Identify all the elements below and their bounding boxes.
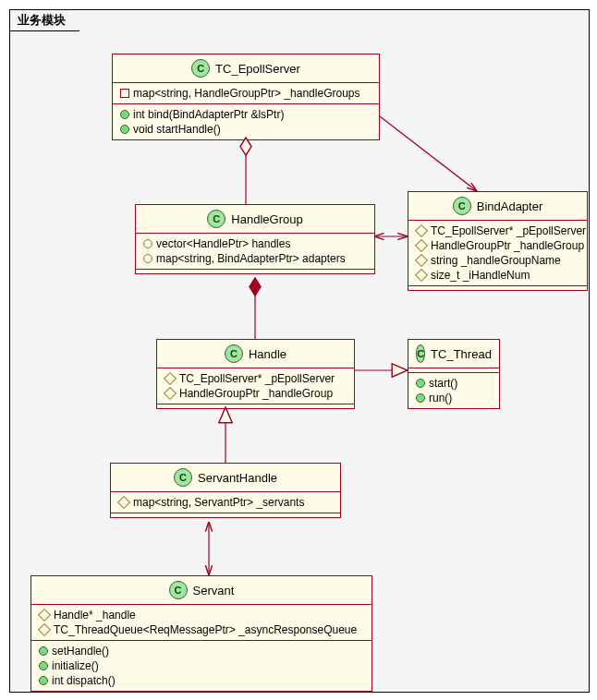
op-text: int bind(BindAdapterPtr &lsPtr) [133,108,284,121]
op-text: void startHandle() [133,123,221,136]
attrs-section: map<string, HandleGroupPtr> _handleGroup… [113,83,379,104]
attr-text: map<string, HandleGroupPtr> _handleGroup… [133,87,359,100]
ops-section: setHandle() initialize() int dispatch() [31,641,372,691]
attr-text: string _handleGroupName [431,254,561,267]
class-handle: C Handle TC_EpollServer* _pEpollServer H… [156,339,355,409]
attr-row: map<string, HandleGroupPtr> _handleGroup… [120,86,372,101]
ops-section: start() run() [408,373,499,408]
attr-row: HandleGroupPtr _handleGroup [416,238,579,253]
vis-public-icon [39,646,48,656]
class-icon: C [174,468,192,487]
op-row: start() [416,376,492,391]
vis-public-icon [416,393,425,403]
attr-text: TC_EpollServer* _pEpollServer [431,224,586,237]
class-name: Handle [249,347,286,361]
attr-row: string _handleGroupName [416,253,579,268]
op-text: setHandle() [52,645,109,658]
class-tc-thread: C TC_Thread start() run() [408,339,500,409]
attr-row: Handle* _handle [39,608,364,622]
op-row: int dispatch() [39,673,364,688]
attr-row: TC_EpollServer* _pEpollServer [416,223,579,238]
vis-diamond-icon [415,239,428,252]
class-name: ServantHandle [198,471,277,485]
vis-diamond-icon [117,496,130,509]
attrs-section: vector<HandlePtr> handles map<string, Bi… [136,234,374,270]
ops-section [136,270,374,273]
vis-diamond-icon [415,224,428,237]
attr-row: TC_EpollServer* _pEpollServer [164,371,347,386]
attr-text: TC_ThreadQueue<ReqMessagePtr> _asyncResp… [54,623,357,636]
assoc-epollserver-bindadapter [380,116,477,191]
attr-text: TC_EpollServer* _pEpollServer [179,372,335,385]
attr-row: vector<HandlePtr> handles [143,236,367,251]
op-text: int dispatch() [52,674,116,687]
attr-row: map<string, BindAdapterPtr> adapters [143,251,367,266]
attr-text: HandleGroupPtr _handleGroup [179,387,333,400]
class-handlegroup: C HandleGroup vector<HandlePtr> handles … [135,204,375,274]
op-row: void startHandle() [120,122,372,137]
vis-diamond-icon [415,269,428,282]
vis-diamond-icon [164,387,177,400]
class-name: Servant [193,584,235,597]
class-icon: C [169,581,188,599]
class-servanthandle: C ServantHandle map<string, ServantPtr> … [110,463,341,518]
vis-diamond-icon [415,254,428,267]
class-bindadapter: C BindAdapter TC_EpollServer* _pEpollSer… [408,191,588,291]
vis-public-icon [416,379,425,388]
vis-hollow-icon [143,239,152,248]
package-title: 业务模块 [9,9,79,31]
class-icon: C [416,344,425,363]
class-tc-epollserver: C TC_EpollServer map<string, HandleGroup… [112,54,380,140]
attr-row: map<string, ServantPtr> _servants [118,495,333,510]
ops-section: int bind(BindAdapterPtr &lsPtr) void sta… [113,104,379,139]
attr-row: HandleGroupPtr _handleGroup [164,386,347,401]
class-icon: C [453,197,471,215]
class-name: TC_Thread [431,347,492,361]
attr-text: HandleGroupPtr _handleGroup [431,239,584,252]
vis-public-icon [120,110,129,119]
attr-text: map<string, ServantPtr> _servants [133,496,304,509]
vis-diamond-icon [38,623,51,636]
class-name: BindAdapter [477,199,543,213]
vis-private-icon [120,89,129,98]
class-name: HandleGroup [231,212,302,226]
vis-public-icon [39,676,48,685]
vis-diamond-icon [38,609,51,622]
class-name: TC_EpollServer [215,62,300,76]
ops-section [111,513,340,517]
op-row: initialize() [39,658,364,673]
op-row: int bind(BindAdapterPtr &lsPtr) [120,107,372,122]
attrs-section: map<string, ServantPtr> _servants [111,492,340,513]
ops-section [408,286,587,290]
op-text: run() [429,392,452,404]
attr-text: Handle* _handle [54,609,136,622]
vis-public-icon [120,125,129,134]
package-frame: 业务模块 C TC_EpollServer map<string, Handle… [9,9,590,693]
attrs-section: TC_EpollServer* _pEpollServer HandleGrou… [157,368,354,404]
attrs-section: TC_EpollServer* _pEpollServer HandleGrou… [408,221,587,286]
op-text: start() [429,377,457,390]
vis-hollow-icon [143,254,152,263]
class-icon: C [225,344,243,363]
class-icon: C [191,59,210,78]
op-row: setHandle() [39,644,364,658]
op-text: initialize() [52,659,99,672]
attr-text: map<string, BindAdapterPtr> adapters [156,252,346,265]
attrs-section: Handle* _handle TC_ThreadQueue<ReqMessag… [31,605,372,641]
attr-row: size_t _iHandleNum [416,268,579,283]
class-icon: C [207,210,225,228]
ops-section [157,404,354,408]
op-row: run() [416,391,492,405]
vis-diamond-icon [164,372,177,385]
vis-public-icon [39,661,48,670]
attr-text: size_t _iHandleNum [431,269,530,282]
class-servant: C Servant Handle* _handle TC_ThreadQueue… [30,575,372,692]
attr-text: vector<HandlePtr> handles [156,237,290,250]
attr-row: TC_ThreadQueue<ReqMessagePtr> _asyncResp… [39,622,364,637]
